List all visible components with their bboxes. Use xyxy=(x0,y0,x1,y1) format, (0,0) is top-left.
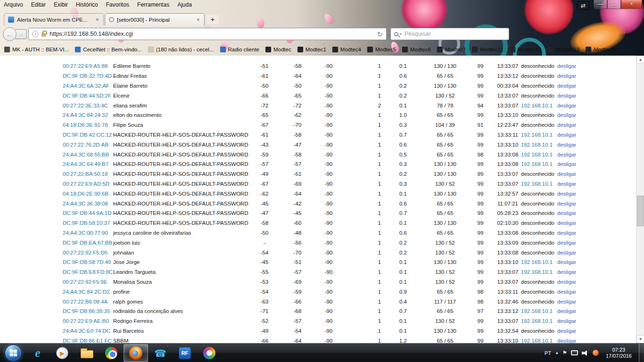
search-bar[interactable]: ▾ Pesquisar xyxy=(390,28,509,40)
disconnect-link[interactable]: desligar xyxy=(557,338,576,343)
disconnect-link[interactable]: desligar xyxy=(557,191,576,197)
menu-item[interactable]: Ferramentas xyxy=(137,1,169,8)
client-mac[interactable]: 00:27:22:E9:A5:88 xyxy=(63,63,113,69)
disconnect-link[interactable]: desligar xyxy=(557,132,576,138)
client-mac[interactable]: 00:27:22:E9:AD:5D xyxy=(63,181,113,187)
menu-item[interactable]: Histórico xyxy=(76,1,98,8)
disconnect-link[interactable]: desligar xyxy=(557,93,576,99)
client-mac[interactable]: 24:A4:3C:00:77:90 xyxy=(63,230,113,236)
disconnect-link[interactable]: desligar xyxy=(557,318,576,324)
client-mac[interactable]: 00:27:22:92:F5:D5 xyxy=(63,250,113,255)
bookmark-item[interactable]: Modtec1 xyxy=(297,47,326,52)
bookmark-item[interactable]: Modtec6 xyxy=(402,47,431,52)
client-mac[interactable]: 00:27:22:BA:50:18 xyxy=(63,171,113,177)
client-mac[interactable]: 00:27:22:3E:33:4C xyxy=(63,103,113,108)
disconnect-link[interactable]: desligar xyxy=(557,201,576,206)
site-info-icon[interactable]: i xyxy=(32,31,39,37)
client-mac[interactable]: 24:A4:3C:64:49:B7 xyxy=(63,161,113,167)
bookmark-item[interactable]: Modtec5 xyxy=(367,47,396,52)
client-mac[interactable]: DC:9F:DB:32:7D:4D xyxy=(63,73,113,79)
disconnect-link[interactable]: desligar xyxy=(557,142,576,148)
menu-item[interactable]: Favoritos xyxy=(106,1,129,8)
tab-close-icon[interactable]: × xyxy=(196,16,200,23)
disconnect-link[interactable]: desligar xyxy=(557,269,576,275)
start-button[interactable] xyxy=(5,345,22,362)
bookmark-item[interactable]: Modtec14 xyxy=(586,47,618,52)
taskbar-chrome[interactable] xyxy=(99,344,124,362)
network-icon[interactable] xyxy=(571,350,578,355)
disconnect-link[interactable]: desligar xyxy=(557,122,576,128)
client-mac[interactable]: 00:27:22:92:F5:9E xyxy=(63,279,113,285)
bookmark-item[interactable]: Modtec13 xyxy=(547,47,579,52)
disconnect-link[interactable]: desligar xyxy=(557,279,576,285)
client-mac[interactable]: 24:A4:3C:68:55:BB xyxy=(63,152,113,157)
client-ip[interactable]: 192.168.10.1 xyxy=(521,338,555,343)
taskbar-rf-tool[interactable]: RF xyxy=(173,344,197,362)
client-mac[interactable]: 04:18:D6:3E:91:78 xyxy=(63,122,113,128)
bookmark-item[interactable]: MK - AUTH :: BEM-VI... xyxy=(4,47,69,52)
scrollbar-thumb[interactable] xyxy=(637,196,644,226)
client-mac[interactable]: 24:A4:3C:84:24:32 xyxy=(63,112,113,118)
language-indicator[interactable]: PT xyxy=(545,350,551,356)
new-tab-button[interactable]: + xyxy=(206,15,219,25)
menu-item[interactable]: Ajuda xyxy=(177,1,192,8)
disconnect-link[interactable]: desligar xyxy=(557,63,576,69)
bookmark-item[interactable]: CecelNet :: Bem-vindo... xyxy=(75,47,142,52)
menu-item[interactable]: Exibir xyxy=(54,1,68,8)
client-mac[interactable]: DC:9F:DB:86:35:35 xyxy=(63,308,113,314)
taskbar-media-player[interactable]: ▶ xyxy=(50,344,74,362)
client-ip[interactable]: 192.168.10.1 xyxy=(521,142,555,148)
client-mac[interactable]: 24:A4:3C:84:2C:D2 xyxy=(63,289,113,295)
client-mac[interactable]: DC:9F:DB:58:10:37 xyxy=(63,220,113,226)
disconnect-link[interactable]: desligar xyxy=(557,161,576,167)
antivirus-icon[interactable] xyxy=(593,350,599,356)
client-mac[interactable]: 00:27:22:76:2D:AB xyxy=(63,142,113,148)
client-ip[interactable]: 192.168.10.1 xyxy=(521,152,555,157)
disconnect-link[interactable]: desligar xyxy=(557,112,576,118)
client-mac[interactable]: DC:9F:DB:42:CC:12 xyxy=(63,132,113,138)
client-ip[interactable]: 192.168.10.1 xyxy=(521,181,555,187)
disconnect-link[interactable]: desligar xyxy=(557,220,576,226)
disconnect-link[interactable]: desligar xyxy=(557,289,576,295)
disconnect-link[interactable]: desligar xyxy=(557,152,576,157)
client-ip[interactable]: 192.168.10.1 xyxy=(521,269,555,275)
fullscreen-toggle-icon[interactable]: ⇄ xyxy=(577,1,589,10)
disconnect-link[interactable]: desligar xyxy=(557,83,576,89)
bookmark-item[interactable]: Radio cliente xyxy=(220,47,259,52)
bookmark-item[interactable]: Modtec4 xyxy=(332,47,361,52)
client-mac[interactable]: 24:A4:3C:E0:74:DC xyxy=(63,328,113,334)
disconnect-link[interactable]: desligar xyxy=(557,250,576,255)
bookmark-item[interactable]: Modtec11 xyxy=(472,47,504,52)
scroll-down-icon[interactable]: ▼ xyxy=(636,335,644,343)
client-mac[interactable]: 00:27:22:B6:08:4A xyxy=(63,299,113,304)
taskbar-internet-explorer[interactable]: e xyxy=(25,344,50,362)
client-mac[interactable]: DC:9F:DB:86:E1:FC xyxy=(63,338,113,343)
volume-icon[interactable] xyxy=(582,350,589,356)
close-button[interactable]: × xyxy=(621,0,642,9)
client-ip[interactable]: 192.168.10.1 xyxy=(521,161,555,167)
tab-alert-worm[interactable]: Alerta Novo Worm em CPE... × xyxy=(4,13,104,25)
disconnect-link[interactable]: desligar xyxy=(557,181,576,187)
client-ip[interactable]: 192.168.10.1 xyxy=(521,132,555,138)
reload-icon[interactable]: ↻ xyxy=(374,31,383,38)
disconnect-link[interactable]: desligar xyxy=(557,240,576,246)
client-ip[interactable]: 192.168.10.1 xyxy=(521,318,555,324)
bookmark-item[interactable]: Modtec12 xyxy=(510,47,542,52)
maximize-button[interactable]: □ xyxy=(607,0,621,9)
search-icon[interactable] xyxy=(394,32,398,36)
scrollbar[interactable]: ▲ ▼ xyxy=(636,56,644,343)
disconnect-link[interactable]: desligar xyxy=(557,308,576,314)
disconnect-link[interactable]: desligar xyxy=(557,328,576,334)
disconnect-link[interactable]: desligar xyxy=(557,210,576,216)
taskbar-softphone[interactable]: ☎ xyxy=(148,344,173,362)
search-engine-caret-icon[interactable]: ▾ xyxy=(400,32,402,36)
url-bar[interactable]: i https://192.168.50.148/index.cgi ↻ xyxy=(28,28,387,40)
disconnect-link[interactable]: desligar xyxy=(557,299,576,304)
taskbar-file-explorer[interactable] xyxy=(74,344,99,362)
client-ip[interactable]: 192.168.10.1 xyxy=(521,259,555,265)
client-mac[interactable]: 00:27:22:E9:AE:B0 xyxy=(63,318,113,324)
action-center-icon[interactable]: ⚑ xyxy=(562,350,567,355)
client-mac[interactable]: 04:18:D6:2E:90:6B xyxy=(63,191,113,197)
scroll-up-icon[interactable]: ▲ xyxy=(636,56,644,64)
menu-item[interactable]: Arquivo xyxy=(4,1,23,8)
